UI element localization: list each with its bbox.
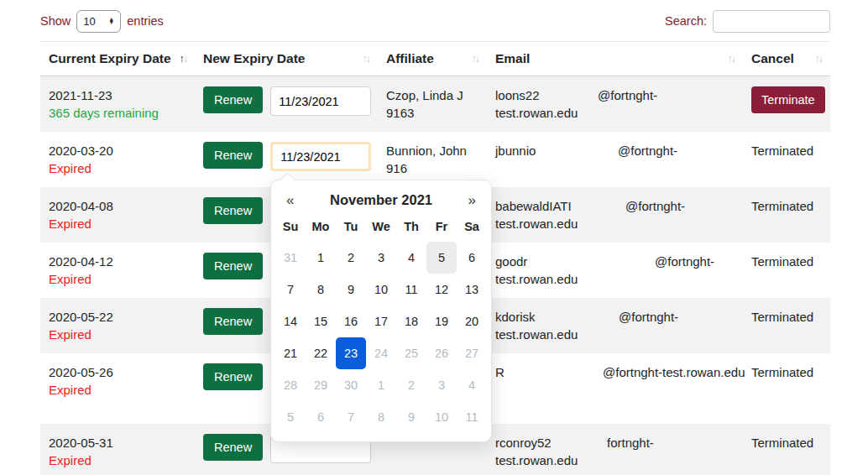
- email-address: kdorisk @fortnght-: [495, 308, 735, 326]
- datepicker-day-grid: 31 1 2 3 4 5 6 7 8 9 10 11 12 13 14 15 1…: [276, 242, 486, 433]
- calendar-day[interactable]: 2: [336, 242, 366, 274]
- sort-icon: ↑↓: [815, 53, 823, 65]
- calendar-day[interactable]: 15: [306, 305, 336, 337]
- select-updown-icon: ▲▼: [108, 18, 114, 25]
- calendar-day[interactable]: 22: [306, 337, 336, 369]
- terminated-status: Terminated: [751, 310, 813, 324]
- calendar-day: 30: [336, 369, 366, 401]
- calendar-day: 24: [366, 337, 396, 369]
- search-control: Search:: [665, 10, 830, 33]
- page-size-value: 10: [83, 15, 95, 28]
- expiry-status: Expired: [49, 453, 92, 467]
- page-size-select[interactable]: 10 ▲▼: [76, 10, 121, 33]
- calendar-day[interactable]: 14: [275, 305, 306, 337]
- calendar-day: 26: [426, 337, 457, 369]
- calendar-day[interactable]: 20: [457, 305, 487, 337]
- renew-button[interactable]: Renew: [203, 363, 263, 390]
- calendar-day[interactable]: 8: [306, 274, 336, 305]
- renew-button[interactable]: Renew: [203, 308, 263, 335]
- sort-icon: ↑↓: [472, 53, 479, 65]
- calendar-day: 3: [426, 369, 457, 401]
- current-expiry-date: 2021-11-23: [49, 88, 112, 102]
- calendar-day: 9: [396, 401, 426, 433]
- email-address: R @fortnght-test.rowan.edu: [495, 363, 735, 381]
- calendar-day[interactable]: 6: [457, 242, 487, 274]
- calendar-day: 29: [306, 369, 336, 401]
- table-controls: Show 10 ▲▼ entries Search:: [40, 9, 830, 33]
- terminated-status: Terminated: [751, 365, 813, 379]
- renew-button[interactable]: Renew: [203, 253, 263, 279]
- calendar-day[interactable]: 21: [275, 337, 306, 369]
- terminated-status: Terminated: [751, 254, 813, 269]
- terminated-status: Terminated: [751, 144, 813, 158]
- calendar-day: 1: [366, 369, 396, 401]
- search-input[interactable]: [713, 10, 830, 33]
- renew-button[interactable]: Renew: [203, 86, 263, 113]
- sort-icon: ↑↓: [180, 53, 187, 65]
- calendar-day[interactable]: 7: [275, 274, 306, 305]
- expiry-status: Expired: [49, 272, 92, 286]
- calendar-day: 27: [457, 337, 487, 369]
- calendar-day[interactable]: 11: [396, 274, 426, 305]
- affiliate-name: Czop, Linda J: [386, 88, 463, 102]
- calendar-day: 28: [275, 369, 306, 401]
- header-row: Current Expiry Date ↑↓ New Expiry Date ↑…: [40, 42, 830, 76]
- affiliate-name: Bunnion, John: [386, 144, 467, 158]
- col-header-new-expiry[interactable]: New Expiry Date ↑↓: [195, 42, 378, 76]
- calendar-day-selected[interactable]: 23: [336, 337, 366, 369]
- renew-button[interactable]: Renew: [203, 142, 263, 169]
- new-expiry-input[interactable]: [270, 86, 371, 116]
- current-expiry-date: 2020-05-31: [49, 436, 113, 450]
- email-address: goodr @fortnght-: [495, 253, 735, 270]
- current-expiry-date: 2020-04-12: [49, 254, 113, 269]
- page-length-control: Show 10 ▲▼ entries: [40, 10, 164, 33]
- new-expiry-input-focused[interactable]: [270, 142, 371, 171]
- col-header-cancel[interactable]: Cancel ↑↓: [743, 42, 830, 76]
- renew-button[interactable]: Renew: [203, 434, 263, 461]
- sort-icon: ↑↓: [363, 53, 370, 65]
- show-label: Show: [40, 14, 71, 28]
- calendar-day: 7: [336, 401, 366, 433]
- table-row: 2021-11-23 365 days remaining Renew Czop…: [40, 76, 830, 133]
- calendar-day[interactable]: 1: [306, 242, 336, 274]
- email-address: jbunnio @fortnght-: [495, 142, 735, 159]
- calendar-day: 5: [275, 401, 306, 433]
- calendar-day[interactable]: 10: [366, 274, 396, 305]
- terminate-button[interactable]: Terminate: [751, 86, 825, 113]
- calendar-day: 31: [275, 242, 306, 274]
- col-header-current-expiry[interactable]: Current Expiry Date ↑↓: [40, 42, 195, 76]
- datepicker-month-title: November 2021: [330, 192, 432, 208]
- col-header-affiliate[interactable]: Affiliate ↑↓: [378, 42, 487, 76]
- calendar-day[interactable]: 19: [426, 305, 457, 337]
- col-header-email[interactable]: Email ↑↓: [487, 42, 743, 76]
- calendar-day[interactable]: 18: [396, 305, 426, 337]
- calendar-day: 11: [457, 401, 487, 433]
- email-address: loons22 @fortnght-: [495, 86, 735, 104]
- calendar-day[interactable]: 16: [336, 305, 366, 337]
- expiry-status: Expired: [49, 327, 92, 342]
- calendar-day: 10: [426, 401, 457, 433]
- renew-button[interactable]: Renew: [203, 197, 263, 224]
- current-expiry-date: 2020-05-22: [49, 310, 113, 324]
- calendar-day[interactable]: 13: [457, 274, 487, 305]
- calendar-day[interactable]: 9: [336, 274, 366, 305]
- calendar-day[interactable]: 17: [366, 305, 396, 337]
- datepicker-prev-button[interactable]: «: [286, 193, 294, 207]
- entries-label: entries: [127, 14, 164, 28]
- calendar-day[interactable]: 3: [366, 242, 396, 274]
- calendar-day[interactable]: 12: [426, 274, 457, 305]
- expiry-status: Expired: [49, 161, 92, 175]
- current-expiry-date: 2020-04-08: [49, 199, 113, 213]
- datepicker-weekday-row: SuMo TuWe ThFr Sa: [276, 217, 486, 242]
- calendar-day: 4: [457, 369, 487, 401]
- calendar-day-today[interactable]: 5: [426, 242, 457, 274]
- datepicker-popup: « November 2021 » SuMo TuWe ThFr Sa 31 1…: [270, 180, 492, 442]
- expiry-status: 365 days remaining: [49, 106, 159, 120]
- terminated-status: Terminated: [751, 436, 813, 450]
- search-label: Search:: [665, 14, 707, 28]
- terminated-status: Terminated: [751, 199, 813, 213]
- calendar-day[interactable]: 4: [396, 242, 426, 274]
- current-expiry-date: 2020-05-26: [49, 365, 113, 379]
- expiry-status: Expired: [49, 217, 92, 231]
- datepicker-next-button[interactable]: »: [468, 193, 476, 207]
